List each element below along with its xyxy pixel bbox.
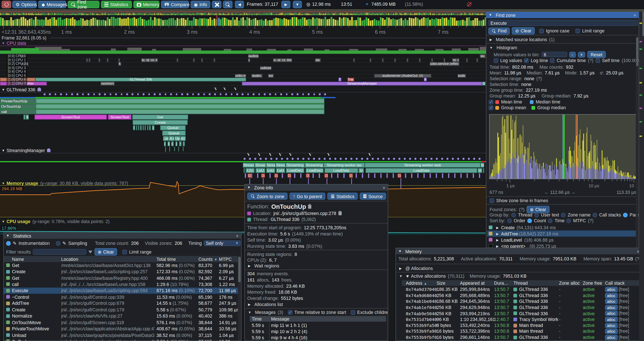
cpu-zone[interactable] xyxy=(177,58,178,62)
cpu-zone[interactable] xyxy=(382,58,384,62)
cpu-zone[interactable]: GLThread 336 xyxy=(36,78,246,81)
sm-frag-zone[interactable] xyxy=(374,173,375,178)
sm-frag-zone[interactable] xyxy=(257,173,258,178)
ignore-case-checkbox[interactable] xyxy=(539,29,544,33)
cpu-zone[interactable]: Ti xyxy=(338,78,341,81)
cpu-zone[interactable] xyxy=(107,58,108,62)
cpu-zone[interactable] xyxy=(201,58,203,62)
gl-zone[interactable]: ( xyxy=(164,141,166,146)
toolbar-button-find-zone[interactable]: Find zone xyxy=(68,1,99,8)
funnel-icon[interactable] xyxy=(88,250,92,253)
cpu-zone[interactable] xyxy=(431,58,433,62)
gl-zone-big[interactable]: PrivateTouchUp xyxy=(0,99,324,103)
cpu-zone[interactable]: cds_ol_rx_thr xyxy=(141,58,158,62)
clear-button[interactable]: ⊘Clear xyxy=(512,27,535,35)
gl-zone[interactable] xyxy=(142,125,144,130)
col-name[interactable]: Name xyxy=(12,256,24,261)
allocation-row[interactable]: 0x74ab1ef040256 KB294,629,948ns13:50.7GL… xyxy=(402,304,639,310)
cpu-zone[interactable] xyxy=(193,58,195,62)
table-row[interactable]: Executejni/../jni/src/claw/base/LuaScrip… xyxy=(4,287,238,294)
sm-frag-red[interactable]: C( xyxy=(274,173,278,178)
message-row[interactable]: 5.59 smip 11 w 1 h 1 (1) xyxy=(250,322,386,328)
cpu-zone[interactable]: audioser xyxy=(260,66,272,70)
sm-frag-zone[interactable] xyxy=(337,173,338,178)
alloc-callstack-button[interactable]: alloc [free] xyxy=(605,335,629,340)
sm-zone[interactable]: LoU xyxy=(276,168,285,173)
table-row[interactable]: calljni/../jni/../../../src/claw/base/Lu… xyxy=(4,281,238,287)
cpu-zone[interactable] xyxy=(353,58,355,62)
sm-zone[interactable]: LoU xyxy=(266,168,275,173)
active-allocations-section[interactable]: ▼♥ Active allocations(70,311) Memory usa… xyxy=(399,274,526,278)
toolbar-button-statistics[interactable]: Statistics xyxy=(101,1,132,8)
sm-frag-zone[interactable] xyxy=(448,173,449,178)
sm-frag-zone[interactable] xyxy=(442,173,443,178)
table-row[interactable]: OnRedrawjni/../jni/src/claw/application/… xyxy=(4,338,238,341)
alloc-callstack-button[interactable]: alloc [free] xyxy=(605,329,629,334)
cpu-zone[interactable]: A xyxy=(424,78,427,81)
cpu-zone[interactable]: kworker/u xyxy=(100,82,115,85)
table-row[interactable]: Normalizejni/../jni/src/claw/vfs/Vfs.cpp… xyxy=(4,313,238,319)
sm-zone[interactable]: Strea xyxy=(276,163,285,168)
cpu-zone[interactable]: auc xyxy=(268,74,274,77)
toolbar-button-memory[interactable]: Memory xyxy=(134,1,159,8)
col-mtpc[interactable]: MTPC xyxy=(219,256,232,261)
allocation-row[interactable]: 0x7553b9fa9016 bytes153,722,396ns13:50.8… xyxy=(402,328,639,334)
sm-frag-zone[interactable] xyxy=(424,173,424,178)
gl-zone[interactable]: Queue xyxy=(160,125,186,130)
gl-zone[interactable]: |~ xyxy=(179,141,182,146)
allocation-row[interactable]: 0x74ab1be040186.68 KB294,645,364ns13:50.… xyxy=(402,298,639,304)
gl-zone[interactable] xyxy=(138,125,139,130)
gl-zone[interactable] xyxy=(149,125,151,130)
sm-frag-zone[interactable] xyxy=(392,173,394,178)
wait-regions-section[interactable]: ▶Wait regions xyxy=(248,263,279,268)
sm-zone[interactable]: Strean xyxy=(243,163,255,168)
allocation-row[interactable]: 0x74a9d37040186.35 KB295,999,844ns13:50.… xyxy=(402,286,639,292)
toolbar-button-options[interactable]: ⚙Options xyxy=(12,1,37,8)
log-values-checkbox[interactable] xyxy=(494,58,498,63)
sm-frag-zone[interactable] xyxy=(454,173,456,178)
sm-frag-zone[interactable] xyxy=(319,173,320,178)
cpu-zone[interactable] xyxy=(89,58,90,62)
col-address[interactable]: Address ▲ xyxy=(406,281,427,285)
sm-frag-zone[interactable] xyxy=(269,173,270,178)
statistics-titlebar[interactable]: ▼Statistics × xyxy=(4,232,241,239)
radio-user-text[interactable] xyxy=(534,213,539,217)
scrollbar-thumb[interactable] xyxy=(642,12,644,36)
find-zone-titlebar[interactable]: ▼ Find zone × xyxy=(486,12,639,18)
close-icon[interactable]: × xyxy=(382,185,385,190)
matched-source-locations[interactable]: ▶ Matched source locations(1) xyxy=(490,37,554,42)
cpu-zone[interactable]: c xyxy=(248,58,250,62)
find-zone-scrollbar[interactable] xyxy=(636,37,638,248)
minus-button[interactable]: - xyxy=(569,52,576,57)
sm-frag-zone[interactable] xyxy=(417,173,418,178)
cpu-zone[interactable]: cds_ol_rx_threa xyxy=(273,58,292,62)
cpu-usage-header[interactable]: ▼CPU usage (y-range: 0.78%, visible data… xyxy=(2,219,110,224)
power-button[interactable] xyxy=(2,1,11,8)
radio-parent[interactable] xyxy=(623,213,628,217)
cpu-zone[interactable]: audios xyxy=(248,54,259,58)
sm-zone[interactable]: Streaming xyxy=(285,163,305,168)
cumulate-time-checkbox[interactable] xyxy=(550,58,554,63)
exclude-children-checkbox[interactable] xyxy=(350,310,355,314)
sm-frag-zone[interactable] xyxy=(460,173,462,178)
cpu-zone[interactable] xyxy=(476,58,478,62)
show-mean-checkbox[interactable] xyxy=(489,100,493,104)
gl-zone[interactable]: ( xyxy=(152,125,154,130)
cpu-zone[interactable]: mi_tl xyxy=(452,58,459,62)
sampling-radio[interactable] xyxy=(56,241,60,245)
gl-zone[interactable]: E xyxy=(133,125,135,130)
sm-frag-zone[interactable] xyxy=(436,173,437,178)
cpu-data-section-header[interactable]: ▼CPU data xyxy=(2,41,26,46)
gl-zone[interactable] xyxy=(140,125,142,130)
histogram-section-header[interactable]: ▼ Histogram xyxy=(490,45,517,50)
radio-count[interactable] xyxy=(528,218,532,223)
sm-frag-zone[interactable] xyxy=(405,173,406,178)
sm-frag-red[interactable]: C( xyxy=(324,173,328,178)
close-icon[interactable]: × xyxy=(236,233,238,238)
memory-usage-header[interactable]: ▼Memory usage (y-range: 30.88 KB, visibl… xyxy=(2,181,128,186)
gl-zone[interactable]: Create xyxy=(133,120,188,125)
sm-frag-zone[interactable] xyxy=(368,173,369,178)
col-call-stack[interactable]: Call stack xyxy=(605,281,624,285)
instrumentation-radio[interactable] xyxy=(6,241,11,245)
gl-zone[interactable]: LoUp xyxy=(180,136,186,141)
